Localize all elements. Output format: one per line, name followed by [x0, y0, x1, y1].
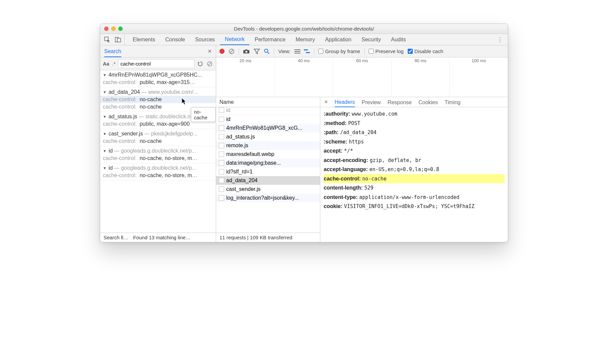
request-row[interactable]: log_interaction?alt=json&key... [216, 194, 320, 202]
close-search-icon[interactable]: × [208, 47, 212, 55]
header-row: content-type: application/x-www-form-url… [324, 193, 504, 202]
header-row: accept-encoding: gzip, deflate, br [324, 156, 504, 165]
search-result-line[interactable]: cache-control: no-cache, no-store, m… [100, 155, 216, 162]
search-result-line[interactable]: cache-control: public, max-age=315… [100, 79, 216, 86]
disable-cache-checkbox[interactable]: Disable cach [408, 48, 443, 54]
screenshot-icon[interactable] [243, 49, 250, 54]
svg-point-9 [245, 51, 247, 53]
file-icon [219, 187, 224, 192]
timeline-tick: 40 ms [275, 59, 333, 96]
devtools-window: DevTools - developers.google.com/web/too… [100, 24, 508, 242]
search-results: ▼4mrRnEPnWo81qWPG8_xcGP85HC...cache-cont… [100, 70, 216, 233]
header-row: :authority: www.youtube.com [324, 109, 504, 119]
search-status-left: Search fi… [104, 235, 128, 240]
detail-tab-headers[interactable]: Headers [335, 99, 355, 107]
request-list: Name idid4mrRnEPnWo81qWPG8_xcG...ad_stat… [216, 97, 320, 242]
header-row: :path: /ad_data_204 [324, 128, 504, 137]
view-label: View: [278, 48, 290, 54]
waterfall-view-icon[interactable] [304, 49, 310, 53]
file-icon [219, 108, 224, 113]
request-row[interactable]: ad_data_204 [216, 176, 320, 185]
file-icon [219, 152, 224, 157]
network-panel: View: Group by frame Preserve log Disabl… [216, 45, 508, 242]
tab-security[interactable]: Security [357, 34, 386, 45]
inspect-icon[interactable] [104, 37, 110, 43]
svg-rect-8 [245, 49, 247, 50]
group-by-frame-checkbox[interactable]: Group by frame [318, 48, 360, 54]
network-toolbar: View: Group by frame Preserve log Disabl… [216, 45, 508, 57]
search-input[interactable] [118, 59, 194, 68]
svg-rect-2 [117, 38, 121, 42]
list-view-icon[interactable] [294, 49, 300, 53]
device-toggle-icon[interactable] [115, 37, 121, 43]
tab-console[interactable]: Console [161, 34, 190, 45]
request-row[interactable]: cast_sender.js [216, 185, 320, 194]
regex-toggle[interactable]: .* [112, 61, 115, 67]
file-icon [219, 160, 224, 166]
request-list-header[interactable]: Name [216, 97, 320, 107]
request-row[interactable]: id?slf_rd=1 [216, 167, 320, 176]
search-result-group[interactable]: ▼id — googleads.g.doubleclick.net/p... [100, 147, 216, 155]
request-row[interactable]: id [216, 115, 320, 124]
tab-elements[interactable]: Elements [128, 34, 160, 45]
detail-tab-cookies[interactable]: Cookies [418, 99, 438, 107]
tab-memory[interactable]: Memory [291, 34, 320, 45]
preserve-log-checkbox[interactable]: Preserve log [369, 48, 404, 54]
tab-sources[interactable]: Sources [190, 34, 219, 45]
tab-audits[interactable]: Audits [386, 34, 410, 45]
detail-tab-timing[interactable]: Timing [445, 99, 460, 107]
match-case-toggle[interactable]: Aa [103, 61, 109, 67]
file-icon [219, 195, 224, 201]
search-tab[interactable]: Search [104, 48, 121, 57]
timeline-tick: 80 ms [391, 59, 450, 96]
refresh-search-icon[interactable] [197, 60, 204, 67]
svg-line-11 [268, 52, 269, 54]
search-result-group[interactable]: ▼id — googleads.g.doubleclick.net/p... [100, 164, 216, 172]
search-panel: Search × Aa .* ▼4mrRnEPnWo81qWPG8_xcGP85… [100, 45, 216, 242]
request-details: × HeadersPreviewResponseCookiesTiming :a… [320, 97, 508, 242]
timeline-tick: 60 ms [333, 59, 391, 96]
close-details-icon[interactable]: × [324, 98, 328, 106]
file-icon [219, 134, 224, 139]
tab-application[interactable]: Application [320, 34, 356, 45]
tab-performance[interactable]: Performance [250, 34, 290, 45]
titlebar: DevTools - developers.google.com/web/too… [100, 24, 508, 34]
headers-pane: :authority: www.youtube.com:method: POST… [320, 107, 508, 242]
filter-icon[interactable] [254, 49, 260, 54]
request-row[interactable]: remote.js [216, 141, 320, 150]
search-result-group[interactable]: ▼cast_sender.js — pkedcjkdefgpdelp... [100, 130, 216, 137]
clear-icon[interactable] [229, 48, 235, 54]
request-row[interactable]: maxresdefault.webp [216, 150, 320, 159]
search-result-group[interactable]: ▼ad_data_204 — www.youtube.com/... [100, 88, 216, 96]
record-button[interactable] [219, 49, 225, 54]
tab-network[interactable]: Network [220, 34, 249, 45]
request-row[interactable]: ad_status.js [216, 132, 320, 141]
request-status: 11 requests | 109 KB transferred [216, 233, 320, 242]
request-row[interactable]: 4mrRnEPnWo81qWPG8_xcG... [216, 124, 320, 132]
detail-tab-preview[interactable]: Preview [362, 99, 381, 107]
detail-tab-response[interactable]: Response [388, 99, 412, 107]
search-status-right: Found 13 matching line… [133, 235, 191, 240]
header-row: accept-language: en-US,en;q=0.9,la;q=0.8 [324, 165, 504, 174]
file-icon [219, 117, 224, 122]
more-icon[interactable]: ⋮ [497, 36, 503, 43]
request-row[interactable]: data:image/png;base... [216, 159, 320, 167]
header-row: cookie: VISITOR_INFO1_LIVE=dDk0-xTswPs; … [324, 202, 504, 211]
search-result-group[interactable]: ▼4mrRnEPnWo81qWPG8_xcGP85HC... [100, 71, 216, 79]
search-result-line[interactable]: cache-control: no-cache [100, 96, 216, 103]
search-network-icon[interactable] [264, 48, 270, 54]
main-tabs-bar: ElementsConsoleSourcesNetworkPerformance… [100, 34, 508, 45]
svg-point-10 [265, 49, 268, 52]
request-row[interactable]: id [216, 107, 320, 115]
timeline-tick: 20 ms [216, 59, 275, 96]
waterfall-overview[interactable]: 20 ms40 ms60 ms80 ms100 ms [216, 57, 508, 97]
search-result-line[interactable]: cache-control: no-cache, no-store, m… [100, 172, 216, 179]
header-row: :method: POST [324, 119, 504, 128]
clear-search-icon[interactable] [206, 60, 213, 67]
tooltip: no-cache [191, 107, 216, 122]
search-result-line[interactable]: cache-control: no-cache [100, 137, 216, 145]
svg-line-6 [230, 50, 233, 53]
window-title: DevTools - developers.google.com/web/too… [100, 26, 508, 32]
file-icon [219, 143, 224, 148]
header-row: content-length: 529 [324, 183, 504, 193]
